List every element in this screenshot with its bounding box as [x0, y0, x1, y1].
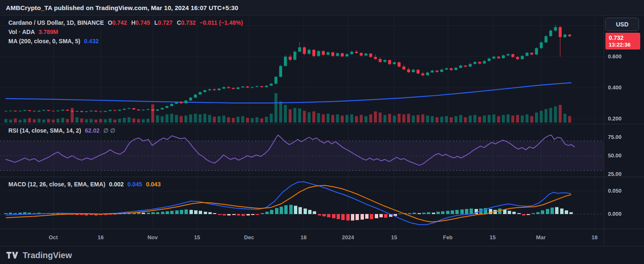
tradingview-brand-text[interactable]: TradingView — [23, 251, 72, 260]
time-axis-label: 16 — [88, 234, 113, 240]
last-price: 0.732 — [609, 34, 640, 42]
rsi-tick: 25.00 — [608, 171, 622, 178]
macd-hist-value: 0.002 — [109, 181, 124, 188]
rsi-extra-values: ∅ ∅ — [104, 127, 115, 134]
published-text: AMBCrypto_TA published on TradingView.co… — [6, 4, 238, 11]
volume-legend[interactable]: Vol · ADA 3.789M — [8, 29, 58, 35]
ohlc-item: O0.742 — [108, 19, 127, 26]
macd-label: MACD (12, 26, close, 9, EMA, EMA) — [8, 181, 105, 188]
price-tick: 0.600 — [608, 53, 622, 60]
ohlc-item: C0.732 — [177, 19, 196, 26]
macd-tick: 0.050 — [608, 188, 622, 194]
rsi-label: RSI (14, close, SMA, 14, 2) — [8, 127, 81, 134]
ma-label: MA (200, close, 0, SMA, 5) — [8, 38, 80, 44]
volume-value: 3.789M — [39, 29, 58, 35]
ma200-line — [6, 83, 571, 103]
time-axis-label: 18 — [582, 234, 607, 240]
published-bar: AMBCrypto_TA published on TradingView.co… — [0, 0, 644, 16]
currency-label: USD — [616, 21, 628, 28]
tradingview-logo-icon[interactable] — [6, 251, 18, 260]
change-value: −0.011 (−1.48%) — [200, 19, 243, 26]
price-tick: 0.200 — [608, 115, 622, 122]
macd-line-value: 0.045 — [127, 181, 142, 188]
macd-legend[interactable]: MACD (12, 26, close, 9, EMA, EMA) 0.002 … — [8, 181, 161, 188]
price-tick: 0.400 — [608, 84, 622, 91]
ohlc-values: O0.742H0.745L0.727C0.732 — [108, 19, 196, 26]
time-axis-label: 2024 — [335, 234, 361, 240]
time-axis-label: Oct — [41, 234, 66, 240]
time-axis-label: Feb — [435, 234, 460, 240]
footer-bar: TradingView — [0, 246, 644, 264]
symbol-title: Cardano / US Dollar, 1D, BINANCE — [8, 19, 104, 26]
ma-legend[interactable]: MA (200, close, 0, SMA, 5) 0.432 — [8, 38, 99, 44]
ma-value: 0.432 — [84, 38, 99, 44]
rsi-value: 62.02 — [85, 127, 100, 134]
last-price-badge[interactable]: 0.732 13:22:36 — [605, 33, 640, 50]
rsi-tick: 50.00 — [608, 152, 622, 159]
ohlc-item: L0.727 — [154, 19, 173, 26]
ohlc-item: H0.745 — [131, 19, 150, 26]
currency-toggle-button[interactable]: USD — [605, 18, 639, 31]
rsi-tick: 75.00 — [608, 134, 622, 141]
macd-tick: 0.000 — [608, 211, 622, 217]
time-axis-label: 15 — [184, 234, 210, 240]
time-axis-label: 18 — [291, 234, 316, 240]
volume-label: Vol · ADA — [8, 29, 35, 35]
volume-bars — [5, 93, 571, 123]
bar-countdown: 13:22:36 — [609, 42, 640, 48]
time-axis-label: 15 — [480, 234, 505, 240]
macd-line — [6, 182, 571, 225]
macd-signal-value: 0.043 — [146, 181, 161, 188]
time-axis-label: 15 — [382, 234, 407, 240]
tradingview-chart-window: AMBCrypto_TA published on TradingView.co… — [0, 0, 644, 264]
rsi-legend[interactable]: RSI (14, close, SMA, 14, 2) 62.02 ∅ ∅ — [8, 127, 115, 134]
time-axis-label: Nov — [140, 234, 165, 240]
time-axis-label: Mar — [528, 234, 553, 240]
macd-histogram — [4, 205, 573, 220]
time-axis-label: Dec — [236, 234, 262, 240]
symbol-legend[interactable]: Cardano / US Dollar, 1D, BINANCE O0.742H… — [8, 19, 243, 26]
